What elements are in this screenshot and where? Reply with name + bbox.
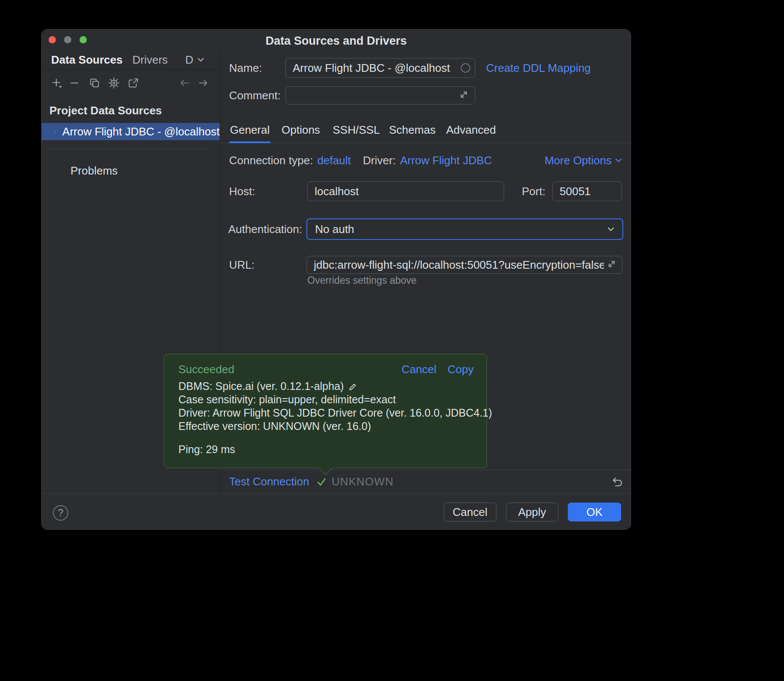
dialog-footer: ? Cancel Apply OK bbox=[42, 493, 631, 530]
sidebar-item-problems[interactable]: Problems bbox=[70, 164, 118, 178]
apply-button[interactable]: Apply bbox=[506, 503, 558, 521]
host-label: Host: bbox=[229, 185, 255, 198]
chevron-down-icon bbox=[615, 157, 622, 163]
help-button[interactable]: ? bbox=[53, 505, 68, 521]
more-options-button[interactable]: More Options bbox=[545, 154, 622, 167]
data-sources-dialog: Data Sources and Drivers Data Sources Dr… bbox=[41, 29, 631, 530]
window-title: Data Sources and Drivers bbox=[42, 30, 631, 52]
window-controls bbox=[49, 36, 87, 43]
tab-general[interactable]: General bbox=[230, 117, 270, 143]
minimize-window-button[interactable] bbox=[64, 36, 71, 43]
tab-schemas[interactable]: Schemas bbox=[389, 117, 435, 143]
help-question-icon: ? bbox=[58, 507, 64, 519]
url-input[interactable] bbox=[306, 256, 622, 274]
titlebar: Data Sources and Drivers bbox=[42, 30, 631, 50]
remove-icon[interactable] bbox=[68, 77, 80, 89]
popup-version-line: Effective version: UNKNOWN (ver. 16.0) bbox=[178, 420, 371, 433]
create-ddl-mapping-link[interactable]: Create DDL Mapping bbox=[486, 61, 591, 75]
tab-drivers[interactable]: Drivers bbox=[132, 50, 168, 69]
authentication-select[interactable]: No auth bbox=[306, 218, 623, 240]
url-hint: Overrides settings above bbox=[307, 275, 416, 286]
test-status-text: UNKNOWN bbox=[331, 475, 393, 488]
expand-comment-icon[interactable] bbox=[459, 90, 469, 99]
popup-copy-link[interactable]: Copy bbox=[447, 363, 474, 376]
chevron-down-icon bbox=[607, 226, 615, 232]
authentication-value: No auth bbox=[315, 223, 354, 236]
host-input[interactable] bbox=[307, 181, 504, 201]
sidebar-divider bbox=[49, 149, 212, 149]
expand-url-icon[interactable] bbox=[607, 259, 616, 269]
revert-icon[interactable] bbox=[611, 476, 623, 488]
popup-cancel-link[interactable]: Cancel bbox=[401, 363, 436, 376]
comment-label: Comment: bbox=[229, 89, 281, 102]
tab-overflow[interactable]: D bbox=[185, 50, 204, 69]
popup-dbms-line: DBMS: Spice.ai (ver. 0.12.1-alpha) bbox=[178, 380, 344, 393]
footer-buttons: Cancel Apply OK bbox=[444, 503, 621, 521]
settings-tabs: General Options SSH/SSL Schemas Advanced bbox=[220, 117, 631, 143]
name-input[interactable] bbox=[285, 58, 475, 78]
popup-ping-line: Ping: 29 ms bbox=[178, 443, 474, 456]
connection-type-value[interactable]: default bbox=[317, 154, 351, 167]
duplicate-icon[interactable] bbox=[89, 77, 101, 89]
open-in-window-icon[interactable] bbox=[127, 77, 139, 89]
authentication-label: Authentication: bbox=[228, 223, 302, 236]
name-label: Name: bbox=[229, 61, 262, 74]
add-data-source-icon[interactable] bbox=[51, 77, 63, 89]
success-check-icon bbox=[316, 476, 327, 488]
connection-type-label: Connection type: bbox=[229, 154, 313, 167]
edit-pencil-icon[interactable] bbox=[348, 382, 358, 391]
sidebar-item-arrow-flight-jdbc[interactable]: Arrow Flight JDBC - @localhost bbox=[42, 123, 220, 140]
sidebar-toolbar bbox=[42, 70, 219, 94]
forward-arrow-icon[interactable] bbox=[197, 77, 209, 89]
port-input[interactable] bbox=[552, 181, 622, 201]
port-label: Port: bbox=[522, 185, 545, 198]
cancel-button[interactable]: Cancel bbox=[444, 503, 496, 521]
popup-details: DBMS: Spice.ai (ver. 0.12.1-alpha) Case … bbox=[178, 380, 474, 433]
chevron-down-icon bbox=[197, 57, 204, 63]
name-status-ring-icon bbox=[461, 63, 470, 73]
comment-input[interactable] bbox=[285, 86, 475, 104]
zoom-window-button[interactable] bbox=[80, 36, 87, 43]
close-window-button[interactable] bbox=[49, 36, 56, 43]
driver-value-link[interactable]: Arrow Flight JDBC bbox=[400, 154, 492, 167]
driver-label: Driver: bbox=[363, 154, 396, 167]
tab-options[interactable]: Options bbox=[282, 117, 320, 143]
tab-advanced[interactable]: Advanced bbox=[446, 117, 496, 143]
tab-overflow-label: D bbox=[185, 50, 193, 69]
popup-case-line: Case sensitivity: plain=upper, delimited… bbox=[178, 393, 396, 406]
popup-status-title: Succeeded bbox=[178, 363, 234, 376]
project-data-sources-header: Project Data Sources bbox=[49, 104, 162, 117]
url-label: URL: bbox=[229, 258, 254, 271]
data-source-label: Arrow Flight JDBC - @localhost bbox=[62, 125, 220, 138]
test-connection-popup: Succeeded Cancel Copy DBMS: Spice.ai (ve… bbox=[164, 354, 487, 468]
more-options-label: More Options bbox=[545, 154, 612, 167]
ok-button[interactable]: OK bbox=[568, 503, 621, 521]
popup-header: Succeeded Cancel Copy bbox=[178, 363, 474, 376]
back-arrow-icon[interactable] bbox=[178, 77, 190, 89]
tab-data-sources[interactable]: Data Sources bbox=[51, 50, 122, 69]
popup-driver-line: Driver: Arrow Flight SQL JDBC Driver Cor… bbox=[178, 406, 492, 420]
sidebar-tabs: Data Sources Drivers D bbox=[42, 50, 219, 70]
gear-icon[interactable] bbox=[108, 77, 120, 89]
data-source-icon bbox=[55, 126, 56, 137]
connection-type-row: Connection type: default Driver: Arrow F… bbox=[229, 153, 622, 167]
test-connection-link[interactable]: Test Connection bbox=[229, 475, 309, 488]
test-connection-row: Test Connection UNKNOWN bbox=[220, 470, 631, 493]
tab-ssh-ssl[interactable]: SSH/SSL bbox=[333, 117, 380, 143]
